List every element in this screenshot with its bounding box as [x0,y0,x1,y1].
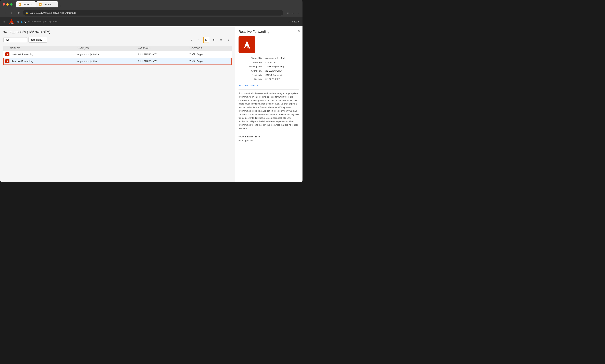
refresh-icon: ↺ [190,38,193,41]
logo-o2: o [21,19,24,24]
tab-onos[interactable]: ONOS × [16,1,36,7]
table-row-selected[interactable]: Reactive Forwarding org.onosproject.fwd … [3,58,232,65]
toolbar: Search By Title App ID ↺ ↑ ▶ [3,37,232,43]
address-icons: ☆ 🛡 ⋮ [287,11,300,14]
detail-row-version: %version%: 2.1.1.SNAPSHOT [239,69,299,73]
col-title: %TITLE% [3,46,76,51]
delete-button[interactable]: 🗑 [218,37,224,43]
logo-text: onos [15,19,26,24]
maximize-traffic-light[interactable] [10,3,13,6]
app-name-reactive: Reactive Forwarding [12,60,33,63]
tab-favicon-new [39,3,41,6]
onos-header: ≡ onos Open Network Operating System ? o… [0,17,303,26]
detail-divider-2 [239,133,299,133]
col-version: %VERSION% [136,46,187,51]
detail-value-origin: ONOS Community [264,73,299,77]
detail-row-origin: %origin%: ONOS Community [239,73,299,77]
url-text: 172.168.0.100:8181/onos/ui/index.html#/a… [29,12,76,14]
new-tab-button[interactable]: + [59,4,63,7]
app-icon-multicast [5,52,10,56]
header-row: %TITLE% %APP_ID% %VERSION% %CATEGOR… [3,46,232,51]
detail-app-icon [239,36,255,53]
tab-label-onos: ONOS [23,3,29,6]
help-icon[interactable]: ? [288,20,289,23]
app-icon-reactive [5,59,10,63]
detail-features-value: onos-apps-fwd [239,139,299,142]
table-body: Multicast Forwarding org.onosproject.mfw… [3,51,232,65]
detail-label-category: %category%: [239,65,264,68]
detail-title: Reactive Forwarding [239,30,299,34]
detail-row-state: %state%: INSTALLED [239,60,299,64]
detail-value-version: 2.1.1.SNAPSHOT [264,69,299,73]
user-menu[interactable]: onos ▾ [292,20,299,23]
address-bar: ‹ › ↻ 🔒 172.168.0.100:8181/onos/ui/index… [0,9,303,17]
detail-label-origin: %origin%: [239,73,264,77]
shield-icon[interactable]: 🛡 [292,11,294,14]
detail-label-appid: %app_id%: [239,56,264,60]
tab-new[interactable]: New Tab × [36,1,58,7]
deactivate-button[interactable]: ■ [211,37,217,43]
app-name-multicast: Multicast Forwarding [12,53,33,56]
detail-label-role: %role%: [239,77,264,81]
logo-nos: n [18,19,21,24]
app-version-multicast: 2.1.1.SNAPSHOT [136,51,187,58]
menu-dots-icon[interactable]: ⋮ [297,11,300,14]
download-button[interactable]: ↓ [226,37,232,43]
detail-value-appid: org.onosproject.fwd [264,56,299,60]
close-traffic-light[interactable] [3,3,5,6]
detail-link[interactable]: http://onosproject.org [239,84,299,87]
app-version-reactive: 2.1.1.SNAPSHOT [136,58,187,65]
detail-value-role: UNSPECIFIED [264,77,299,81]
app-name-cell-fwd: Reactive Forwarding [3,58,76,65]
app-id-multicast: org.onosproject.mfwd [76,51,136,58]
search-by-select[interactable]: Search By Title App ID [28,37,47,42]
app-category-reactive: Traffic Engin… [187,58,232,65]
stop-icon: ■ [213,38,215,41]
onos-logo: onos Open Network Operating System [8,18,58,25]
table-header: %TITLE% %APP_ID% %VERSION% %CATEGOR… [3,46,232,51]
title-bar: ONOS × New Tab × + [0,0,303,9]
reload-button[interactable]: ↻ [16,11,21,15]
upload-icon: ↑ [198,38,200,41]
app-name-cell: Multicast Forwarding [3,51,76,58]
col-category: %CATEGOR… [187,46,232,51]
bookmark-icon[interactable]: ☆ [287,11,289,14]
detail-value-category: Traffic Engineering [264,65,299,68]
download-icon: ↓ [228,38,229,41]
hamburger-menu-icon[interactable]: ≡ [3,20,5,24]
tab-close-new[interactable]: × [53,3,55,6]
trash-icon: 🗑 [220,38,222,41]
detail-features-title: %DP_FEATURES% [239,135,299,138]
header-right: ? onos ▾ [288,20,299,23]
action-buttons: ↺ ↑ ▶ ■ 🗑 [188,37,232,43]
detail-info-table: %app_id%: org.onosproject.fwd %state%: I… [239,56,299,81]
app-id-reactive: org.onosproject.fwd [76,58,136,65]
detail-panel: × Reactive Forwarding %app_id%: org.onos… [235,26,303,182]
tab-close-onos[interactable]: × [30,3,33,6]
minimize-traffic-light[interactable] [6,3,9,6]
apps-table: %TITLE% %APP_ID% %VERSION% %CATEGOR… [3,46,232,65]
onos-app: ≡ onos Open Network Operating System ? o… [0,17,303,182]
detail-icon-svg [241,39,253,51]
logo-o1: o [15,19,18,24]
upload-button[interactable]: ↑ [196,37,202,43]
main-panel: %title_apps% (185 %total%) Search By Tit… [0,26,235,182]
play-icon: ▶ [205,38,207,41]
security-icon: 🔒 [26,12,28,14]
search-input[interactable] [3,37,27,42]
tab-favicon-onos [19,3,21,6]
detail-row-category: %category%: Traffic Engineering [239,65,299,68]
tabs-area: ONOS × New Tab × + [16,1,300,7]
col-appid: %APP_ID% [76,46,136,51]
detail-close-button[interactable]: × [298,29,300,33]
logo-s: s [24,19,26,24]
back-button[interactable]: ‹ [3,11,7,15]
detail-description: Provisions traffic between end-stations … [239,92,299,130]
forward-button[interactable]: › [10,11,14,15]
refresh-button[interactable]: ↺ [188,37,194,43]
svg-point-0 [40,4,41,5]
table-row[interactable]: Multicast Forwarding org.onosproject.mfw… [3,51,232,58]
address-input[interactable]: 🔒 172.168.0.100:8181/onos/ui/index.html#… [23,10,283,15]
activate-button[interactable]: ▶ [203,37,209,43]
detail-label-state: %state%: [239,60,264,64]
